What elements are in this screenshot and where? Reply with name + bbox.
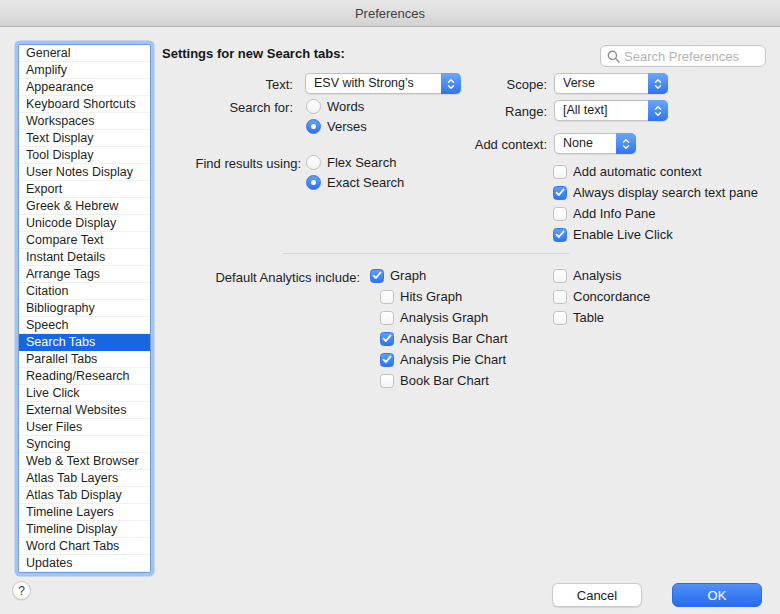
checkbox-icon (553, 269, 567, 283)
sidebar-item[interactable]: Web & Text Browser (19, 453, 150, 470)
sidebar-item[interactable]: Timeline Display (19, 521, 150, 538)
sidebar-item[interactable]: Live Click (19, 385, 150, 402)
sidebar-item[interactable]: Parallel Tabs (19, 351, 150, 368)
checkbox-label: Enable Live Click (573, 227, 673, 242)
checkbox-row[interactable]: Book Bar Chart (380, 370, 508, 391)
checkbox-row[interactable]: Analysis Graph (380, 307, 508, 328)
analytics-sub-group: Hits Graph Analysis Graph Analysis Bar C… (380, 286, 508, 391)
radio-dot-icon (311, 180, 316, 185)
checkbox-row[interactable]: Table (553, 307, 650, 328)
sidebar-item[interactable]: Word Chart Tabs (19, 538, 150, 555)
checkbox-icon (370, 269, 384, 283)
cancel-button-label: Cancel (577, 588, 617, 603)
sidebar-item[interactable]: Unicode Display (19, 215, 150, 232)
popup-stepper-icon (648, 73, 668, 94)
search-icon (607, 50, 620, 63)
checkbox-icon (553, 186, 567, 200)
checkbox-row[interactable]: Hits Graph (380, 286, 508, 307)
sidebar-item[interactable]: Atlas Tab Display (19, 487, 150, 504)
sidebar-item[interactable]: Reading/Research (19, 368, 150, 385)
sidebar-item[interactable]: Text Display (19, 130, 150, 147)
checkbox-label: Analysis (573, 268, 621, 283)
checkbox-row[interactable]: Analysis Bar Chart (380, 328, 508, 349)
window-title: Preferences (355, 6, 425, 21)
checkbox-label: Always display search text pane (573, 185, 758, 200)
sidebar-item[interactable]: Export (19, 181, 150, 198)
sidebar-item[interactable]: External Websites (19, 402, 150, 419)
cancel-button[interactable]: Cancel (552, 583, 642, 607)
analytics-primary-group: Graph (370, 268, 426, 283)
checkbox-row[interactable]: Always display search text pane (553, 182, 758, 203)
checkbox-row[interactable]: Add Info Pane (553, 203, 758, 224)
sidebar-item-label: Web & Text Browser (26, 454, 139, 468)
checkbox-icon (380, 353, 394, 367)
sidebar-item-label: Atlas Tab Display (26, 488, 122, 502)
checkbox-row[interactable]: Analysis Pie Chart (380, 349, 508, 370)
text-label: Text: (133, 77, 293, 92)
sidebar-item-label: Export (26, 182, 62, 196)
sidebar-item[interactable]: Syncing (19, 436, 150, 453)
scope-label: Scope: (407, 77, 547, 92)
radio-label: Words (327, 99, 364, 114)
help-icon: ? (18, 584, 25, 598)
sidebar-item[interactable]: Timeline Layers (19, 504, 150, 521)
sidebar-item-label: Parallel Tabs (26, 352, 97, 366)
title-bar[interactable]: Preferences (0, 0, 780, 27)
checkbox-icon (553, 311, 567, 325)
checkbox-icon (553, 228, 567, 242)
sidebar-item[interactable]: Speech (19, 317, 150, 334)
checkbox-row[interactable]: Enable Live Click (553, 224, 758, 245)
sidebar-item-label: Speech (26, 318, 68, 332)
sidebar-item[interactable]: Tool Display (19, 147, 150, 164)
ok-button[interactable]: OK (672, 583, 762, 607)
sidebar-item-label: Instant Details (26, 250, 105, 264)
help-button[interactable]: ? (12, 581, 31, 600)
checkbox-label: Book Bar Chart (400, 373, 489, 388)
sidebar-item[interactable]: User Notes Display (19, 164, 150, 181)
sidebar-item[interactable]: Bibliography (19, 300, 150, 317)
sidebar-item-label: Syncing (26, 437, 70, 451)
sidebar-item-label: Citation (26, 284, 68, 298)
sidebar-item[interactable]: Atlas Tab Layers (19, 470, 150, 487)
checkbox-icon (380, 311, 394, 325)
sidebar-item[interactable]: General (19, 45, 150, 62)
radio-option[interactable]: Words (306, 96, 367, 116)
checkbox-row[interactable]: Analysis (553, 265, 650, 286)
section-divider (283, 253, 569, 254)
find-results-label: Find results using: (133, 156, 301, 171)
range-popup-value: [All text] (555, 101, 648, 120)
sidebar-item[interactable]: Search Tabs (19, 334, 150, 351)
radio-label: Verses (327, 119, 367, 134)
sidebar-item[interactable]: Appearance (19, 79, 150, 96)
sidebar-item[interactable]: Updates (19, 555, 150, 572)
range-popup[interactable]: [All text] (554, 100, 668, 121)
sidebar-item[interactable]: Arrange Tags (19, 266, 150, 283)
sidebar-item[interactable]: Workspaces (19, 113, 150, 130)
sidebar-item[interactable]: Instant Details (19, 249, 150, 266)
radio-option[interactable]: Flex Search (306, 152, 404, 172)
checkbox-row[interactable]: Concordance (553, 286, 650, 307)
search-preferences-field[interactable] (600, 45, 766, 67)
checkbox-row[interactable]: Add automatic context (553, 161, 758, 182)
radio-icon (306, 155, 321, 170)
sidebar-item[interactable]: Keyboard Shortcuts (19, 96, 150, 113)
checkbox-row[interactable]: Graph (370, 268, 426, 283)
sidebar-item[interactable]: Greek & Hebrew (19, 198, 150, 215)
radio-option[interactable]: Verses (306, 116, 367, 136)
sidebar-item-label: User Files (26, 420, 82, 434)
find-results-radio-group: Flex Search Exact Search (306, 152, 404, 192)
sidebar-item[interactable]: User Files (19, 419, 150, 436)
radio-option[interactable]: Exact Search (306, 172, 404, 192)
add-context-label: Add context: (407, 137, 547, 152)
sidebar-item-label: Bibliography (26, 301, 95, 315)
scope-popup[interactable]: Verse (554, 73, 668, 94)
sidebar-item[interactable]: Amplify (19, 62, 150, 79)
add-context-popup[interactable]: None (554, 133, 636, 154)
sidebar-item[interactable]: Citation (19, 283, 150, 300)
search-for-label: Search for: (133, 100, 293, 115)
radio-label: Exact Search (327, 175, 404, 190)
sidebar-item[interactable]: Compare Text (19, 232, 150, 249)
search-input[interactable] (624, 49, 759, 64)
radio-icon (306, 175, 321, 190)
sidebar-item-label: Search Tabs (26, 335, 95, 349)
